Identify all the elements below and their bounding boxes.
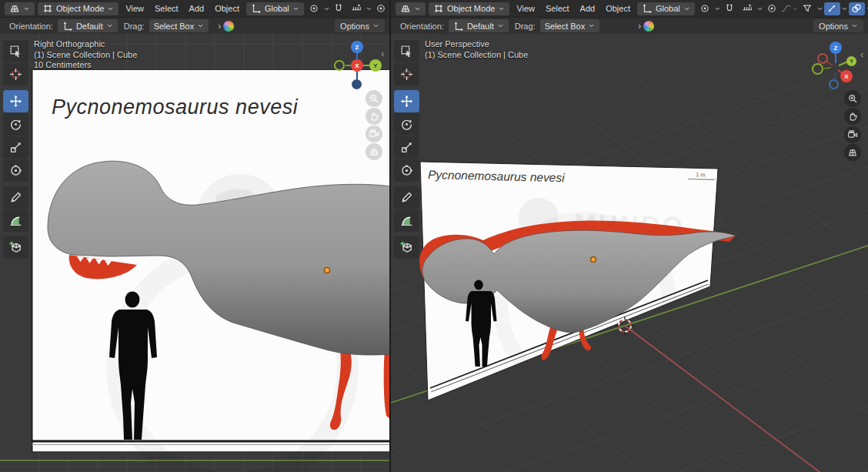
tool-annotate[interactable] [3,186,28,209]
camera-view-button[interactable] [366,126,382,142]
tool-cursor[interactable] [3,63,28,85]
gizmo-x-axis-ball[interactable]: X [351,59,363,72]
drag-dropdown[interactable]: Select Box [149,19,209,32]
tool-select-box[interactable] [3,40,28,62]
snap-toggle[interactable] [331,2,347,15]
chevron-down-icon[interactable] [323,5,330,12]
gizmo-neg-y-ball[interactable] [812,63,823,75]
viewport-pane-right[interactable]: Object Mode View Select Add Object Globa… [391,0,868,472]
show-overlays-toggle[interactable] [849,2,865,15]
mode-dropdown[interactable]: Object Mode [38,2,119,15]
chevron-down-icon [23,5,30,12]
sidebar-toggle-arrow[interactable]: ‹ [381,49,384,59]
gizmo-neg-x-ball[interactable] [817,53,828,64]
gizmo-y-axis-ball[interactable]: Y [369,59,382,72]
snap-with-button[interactable] [349,2,365,15]
gizmo-x-axis-ball[interactable]: X [840,70,853,82]
tool-move[interactable] [394,90,419,112]
pan-button[interactable] [366,108,382,125]
tool-options-ball-icon[interactable] [643,21,654,32]
tool-options-ball-icon[interactable] [223,21,234,32]
gizmo-neg-z-ball[interactable] [352,79,362,89]
snap-toggle[interactable] [722,2,738,15]
tool-rotate[interactable] [394,113,419,136]
tool-scale[interactable] [394,136,419,159]
zoom-button[interactable] [844,90,861,107]
pivot-point-button[interactable] [697,2,713,15]
snap-increment-icon [742,3,753,14]
gizmo-z-axis-ball[interactable]: Z [351,41,363,53]
object-origin-dot[interactable] [591,257,596,263]
menu-add[interactable]: Add [184,4,210,13]
gizmo-z-axis-ball[interactable]: Z [830,42,842,54]
tool-measure[interactable] [394,209,419,232]
tool-measure[interactable] [3,209,28,232]
menu-view[interactable]: View [120,4,149,13]
falloff-curve-icon [781,3,792,14]
axes-icon [453,21,464,32]
editor-type-button[interactable] [396,2,426,15]
proportional-editing-toggle[interactable] [764,2,780,15]
chevron-down-icon [372,22,379,29]
transform-orientation-dropdown[interactable]: Global [637,2,695,15]
chevron-down-icon[interactable] [714,5,721,12]
gizmo-neg-z-ball[interactable] [829,79,839,89]
orientation-dropdown[interactable]: Default [449,19,509,32]
tool-add-cube[interactable] [394,236,419,259]
drag-label: Drag: [515,22,536,31]
cursor-tool-icon [400,68,413,81]
menu-select[interactable]: Select [540,4,575,13]
visibility-filter-button[interactable] [800,2,816,15]
tool-header-expand-arrow[interactable]: › [638,21,641,32]
tool-move[interactable] [3,90,28,112]
pan-button[interactable] [844,108,861,125]
mode-dropdown[interactable]: Object Mode [429,2,509,15]
snap-with-button[interactable] [739,2,756,15]
proportional-falloff-button[interactable] [782,2,798,15]
tool-transform[interactable] [3,159,28,182]
tool-select-box[interactable] [394,40,419,62]
sidebar-toggle-arrow[interactable]: ‹ [860,49,863,59]
viewport-pane-left[interactable]: Object Mode View Select Add Object Globa… [0,0,389,472]
tool-scale[interactable] [3,136,28,159]
options-dropdown[interactable]: Options [813,19,863,32]
menu-object[interactable]: Object [600,4,636,13]
chevron-down-icon[interactable] [366,5,372,12]
camera-view-button[interactable] [844,126,861,143]
viewport-canvas-right[interactable]: MUNDO Pycnonemosaurus nevesi 1 m [391,34,868,472]
menu-object[interactable]: Object [209,4,245,13]
drag-dropdown[interactable]: Select Box [540,19,600,32]
tool-cursor[interactable] [394,63,419,85]
transform-orientation-dropdown[interactable]: Global [246,2,304,15]
proportional-editing-toggle[interactable] [373,2,389,15]
tool-rotate[interactable] [3,113,28,136]
gizmo-y-axis-ball[interactable]: Y [846,56,856,66]
pivot-point-button[interactable] [306,2,322,15]
editor-type-button[interactable] [5,2,35,15]
gizmo-neg-y-ball[interactable] [334,60,345,71]
chevron-down-icon [414,5,421,12]
tool-transform[interactable] [394,159,419,182]
axes-icon [642,3,653,14]
transform-tool-icon [9,164,22,177]
view-name: User Perspective [425,39,528,50]
show-gizmo-toggle[interactable] [824,2,840,15]
menu-view[interactable]: View [511,4,540,13]
perspective-toggle-button[interactable] [366,143,382,160]
tool-add-cube[interactable] [3,236,28,259]
chevron-down-icon[interactable] [841,5,848,12]
orientation-dropdown[interactable]: Default [58,19,118,32]
perspective-toggle-button[interactable] [844,144,861,161]
tool-annotate[interactable] [394,186,419,209]
object-origin-dot[interactable] [324,267,329,273]
menu-select[interactable]: Select [149,4,184,13]
options-dropdown[interactable]: Options [335,19,385,32]
menu-add[interactable]: Add [575,4,601,13]
viewport-canvas-left[interactable]: Pycnonemosaurus nevesi [0,34,389,472]
zoom-button[interactable] [366,90,382,107]
tool-settings-bar-right: Orientation: Default Drag: Select Box › … [391,17,868,34]
tool-header-expand-arrow[interactable]: › [218,21,221,32]
chevron-down-icon[interactable] [816,5,823,12]
chevron-down-icon[interactable] [756,5,763,12]
figure-title-left: Pycnonemosaurus nevesi [52,95,299,119]
